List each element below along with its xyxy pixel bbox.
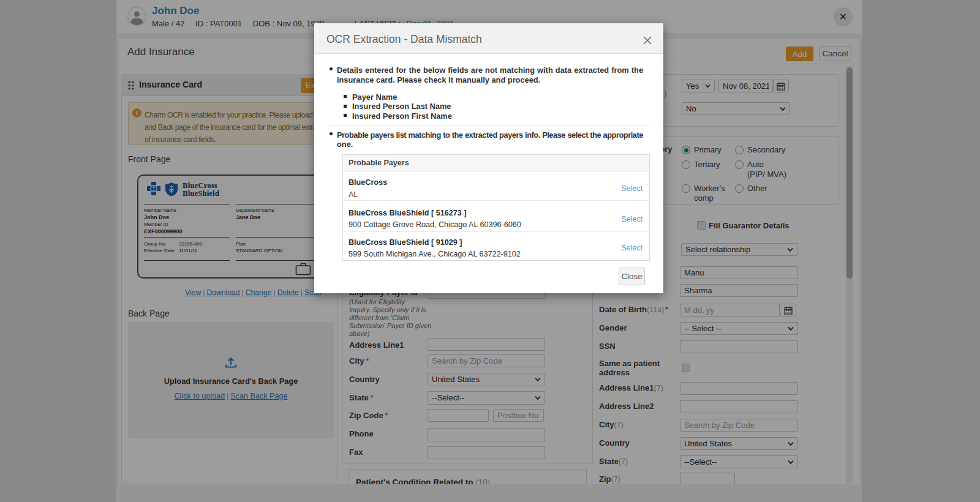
- payer-row: BlueCross BlueShield [ 516273 ] 900 Cott…: [343, 201, 649, 232]
- modal-para2-line2: one.: [337, 140, 643, 149]
- ocr-mismatch-modal: OCR Extraction - Data Mismatch Details e…: [314, 23, 663, 293]
- payer-detail: 900 Cottage Grove Road, Chicago AL 60396…: [349, 220, 521, 229]
- payer-name: BlueCross: [349, 178, 387, 187]
- modal-title: OCR Extraction - Data Mismatch: [326, 33, 482, 46]
- modal-para2-line1: Probable payers list matching to the ext…: [337, 130, 643, 140]
- modal-close-button[interactable]: Close: [619, 268, 645, 285]
- bullet-icon: [330, 67, 333, 70]
- square-bullet-icon: [344, 105, 347, 108]
- modal-divider: [329, 125, 649, 126]
- modal-para1-line1: Details entered for the below fields are…: [337, 66, 643, 75]
- square-bullet-icon: [344, 95, 347, 98]
- bullet-icon: [330, 132, 333, 135]
- payer-row: BlueCross AL Select: [343, 171, 649, 201]
- square-bullet-icon: [344, 114, 347, 117]
- payer-name: BlueCross BlueShield [ 516273 ]: [349, 209, 466, 217]
- mismatch-field-3: Insured Person First Name: [352, 111, 452, 121]
- payer-detail: AL: [349, 190, 358, 199]
- payer-detail: 599 South Michigan Ave., Chicago AL 6372…: [349, 250, 521, 258]
- probable-payers-table: Probable Payers BlueCross AL Select Blue…: [342, 154, 650, 261]
- select-payer-link[interactable]: Select: [622, 215, 643, 223]
- modal-close-icon[interactable]: [643, 36, 652, 45]
- payer-name: BlueCross BlueShield [ 91029 ]: [349, 238, 462, 247]
- mismatch-field-1: Payer Name: [352, 92, 397, 102]
- probable-payers-header: Probable Payers: [343, 155, 649, 171]
- select-payer-link[interactable]: Select: [622, 244, 643, 252]
- payer-row: BlueCross BlueShield [ 91029 ] 599 South…: [343, 232, 649, 261]
- probable-payers-header-text: Probable Payers: [349, 159, 409, 167]
- select-payer-link[interactable]: Select: [622, 184, 643, 193]
- modal-para1-line2: insurance card. Please check it manually…: [337, 75, 643, 84]
- mismatch-field-2: Insured Person Last Name: [352, 102, 451, 111]
